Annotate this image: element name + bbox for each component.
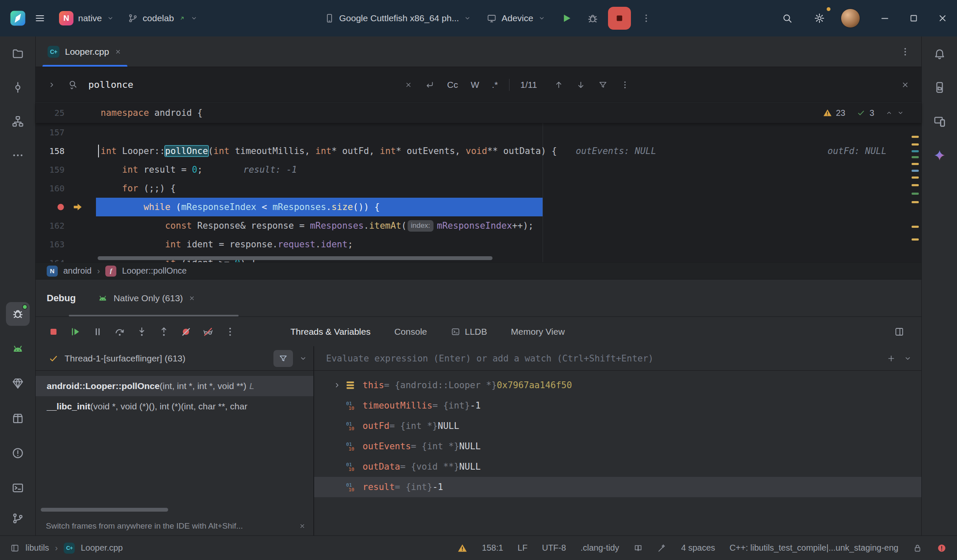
search-filter-icon[interactable] <box>598 80 608 90</box>
clear-search-icon[interactable] <box>405 81 412 89</box>
next-problem-icon[interactable] <box>897 109 904 117</box>
stripe-mark[interactable] <box>912 226 919 228</box>
file-encoding[interactable]: UTF-8 <box>542 543 566 553</box>
evaluate-bar[interactable]: Evaluate expression (Enter) or add a wat… <box>314 346 921 371</box>
expand-icon[interactable] <box>329 381 345 389</box>
variable-row-this[interactable]: this = {android::Looper *} 0x7967aa146f5… <box>314 375 921 395</box>
line-number[interactable]: 164 <box>36 258 65 262</box>
line-number[interactable]: 159 <box>36 165 65 175</box>
sidebar-item-project[interactable] <box>6 42 30 65</box>
minimize-button[interactable] <box>880 13 890 23</box>
pause-button[interactable] <box>88 322 107 341</box>
device-selector[interactable]: Google Cuttlefish x86_64 ph... <box>319 9 477 28</box>
breadcrumb-namespace[interactable]: android <box>63 266 92 276</box>
sidebar-item-structure[interactable] <box>6 109 30 133</box>
toolchain-config[interactable]: C++: libutils_test_compile|...unk_stagin… <box>729 543 898 553</box>
stripe-mark[interactable] <box>912 150 919 152</box>
regex-toggle[interactable]: .* <box>492 80 498 90</box>
close-button[interactable] <box>937 13 948 23</box>
warning-icon[interactable] <box>457 543 467 553</box>
stack-frame[interactable]: android::Looper::pollOnce(int, int *, in… <box>36 376 313 396</box>
code-text[interactable]: for (;;) { <box>101 179 921 198</box>
close-search-icon[interactable] <box>901 81 909 89</box>
status-file[interactable]: Looper.cpp <box>81 543 123 553</box>
variable-row-timeoutMillis[interactable]: 0110timeoutMillis = {int} -1 <box>314 395 921 416</box>
previous-match-icon[interactable] <box>554 80 563 90</box>
tab-options-icon[interactable] <box>900 47 910 57</box>
tab-looper-cpp[interactable]: C+ Looper.cpp <box>39 36 131 67</box>
adevice-selector[interactable]: Adevice <box>481 9 551 28</box>
chevron-down-icon[interactable] <box>299 354 307 363</box>
stop-button[interactable] <box>608 7 631 30</box>
words-toggle[interactable]: W <box>471 80 479 90</box>
code-text[interactable]: int ident = response.request.ident; <box>101 235 921 254</box>
stripe-mark[interactable] <box>912 136 919 138</box>
search-everywhere-button[interactable] <box>776 7 798 29</box>
settings-button[interactable] <box>808 7 830 29</box>
inspections-widget[interactable]: 23 3 <box>823 103 904 123</box>
tool-window-toggle-icon[interactable] <box>10 543 20 553</box>
sidebar-item-more[interactable] <box>6 143 30 167</box>
error-indicator-icon[interactable] <box>937 543 947 553</box>
stack-frame[interactable]: __libc_init(void *, void (*)(), int (*)(… <box>36 396 313 417</box>
lock-icon[interactable] <box>913 543 922 553</box>
newline-icon[interactable] <box>425 80 434 90</box>
code-line-157[interactable]: 157 <box>36 123 921 142</box>
frames-scrollbar[interactable] <box>41 508 168 512</box>
step-over-button[interactable] <box>110 322 129 341</box>
code-line-158[interactable]: 158int Looper::pollOnce(int timeoutMilli… <box>36 142 921 160</box>
branch-selector[interactable]: codelab <box>122 9 203 28</box>
debug-session-tab[interactable]: Native Only (613) <box>98 293 195 303</box>
stripe-mark[interactable] <box>912 170 919 172</box>
stripe-mark[interactable] <box>912 193 919 195</box>
error-stripe[interactable] <box>912 36 920 262</box>
run-configuration-selector[interactable]: N native <box>53 7 120 30</box>
debug-tab-threads-variables[interactable]: Threads & Variables <box>290 327 371 337</box>
main-menu-button[interactable] <box>29 7 51 29</box>
mute-breakpoints-button[interactable] <box>177 322 195 341</box>
debug-tab-console[interactable]: Console <box>394 327 427 337</box>
search-history-icon[interactable] <box>68 80 78 90</box>
variable-row-outEvents[interactable]: 0110outEvents = {int *} NULL <box>314 436 921 456</box>
sidebar-item-profiler[interactable] <box>6 372 30 395</box>
maximize-button[interactable] <box>909 13 919 23</box>
next-match-icon[interactable] <box>576 80 585 90</box>
more-actions-button[interactable] <box>635 7 657 29</box>
highlighting-level-icon[interactable] <box>657 543 667 553</box>
debug-button[interactable] <box>582 7 604 29</box>
hide-frames-filter-button[interactable] <box>273 350 293 367</box>
reader-mode-icon[interactable] <box>633 543 643 553</box>
stripe-mark[interactable] <box>912 163 919 165</box>
evaluate-input[interactable]: Evaluate expression (Enter) or add a wat… <box>326 353 879 364</box>
debug-tab-memory-view[interactable]: Memory View <box>511 327 565 337</box>
stripe-mark[interactable] <box>912 143 919 146</box>
sidebar-item-app-quality-insights[interactable] <box>6 406 30 430</box>
line-ending[interactable]: LF <box>518 543 527 553</box>
layout-settings-icon[interactable] <box>894 327 904 337</box>
sidebar-item-notifications[interactable] <box>928 42 951 65</box>
variable-row-result[interactable]: 0110result = {int} -1 <box>314 477 921 497</box>
user-avatar[interactable] <box>841 8 860 28</box>
stop-button[interactable] <box>44 322 63 341</box>
step-out-button[interactable] <box>155 322 173 341</box>
line-number[interactable]: 157 <box>36 127 65 137</box>
step-into-button[interactable] <box>132 322 151 341</box>
debug-tab-lldb[interactable]: LLDB <box>451 327 487 337</box>
line-number[interactable]: 158 <box>36 146 65 156</box>
caret-position[interactable]: 158:1 <box>482 543 503 553</box>
stripe-mark[interactable] <box>912 156 919 158</box>
more-button[interactable] <box>221 322 239 341</box>
sticky-line[interactable]: 25 namespace android { 23 3 <box>36 103 921 123</box>
horizontal-scrollbar[interactable] <box>98 256 493 260</box>
search-options-icon[interactable] <box>620 80 630 90</box>
sidebar-item-running-devices[interactable] <box>928 109 951 133</box>
add-watch-icon[interactable] <box>887 354 896 363</box>
resume-button[interactable] <box>66 322 85 341</box>
sidebar-item-logcat[interactable] <box>6 337 30 361</box>
dismiss-hint-icon[interactable] <box>299 523 306 529</box>
stripe-mark[interactable] <box>912 176 919 179</box>
code-line-162[interactable]: 162 const Response& response = mResponse… <box>36 216 921 235</box>
sidebar-item-problems[interactable] <box>6 441 30 465</box>
close-session-icon[interactable] <box>189 295 195 302</box>
previous-problem-icon[interactable] <box>885 109 893 117</box>
